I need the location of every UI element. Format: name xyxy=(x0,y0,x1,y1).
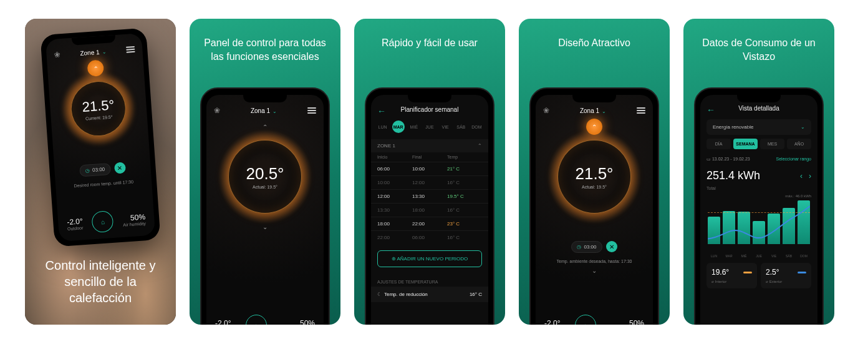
kwh-value: 251.4 kWh xyxy=(706,169,760,182)
phone-mock: ❀ Zona 1⌄ ⌃ 20.5° Actual: 19.5° ⌄ -2.0°E… xyxy=(200,87,330,325)
temp-dial[interactable]: ⌃ 21.5° Current: 19.5° xyxy=(59,69,138,149)
clock-icon: ◷ xyxy=(85,167,90,173)
plus-icon: ⊕ xyxy=(392,256,396,262)
day-tab[interactable]: DOM xyxy=(470,120,483,133)
card-title: Panel de control para todas las funcione… xyxy=(190,19,340,71)
prev-button[interactable]: ‹ xyxy=(800,172,803,180)
source-dropdown[interactable]: Energía renovable⌄ xyxy=(706,119,811,135)
humidity-readout: 50%Humedad atmos. xyxy=(282,319,315,325)
desired-temp-label: Temp. ambiente deseada, hasta: 17:30 xyxy=(536,259,653,263)
card-title: Rápido y fácil de usar xyxy=(354,19,505,57)
screenshot-card-1: ❀ Zone 1⌄ ⌃ 21.5° Current: 19.5° ◷03:00 … xyxy=(25,19,176,325)
outdoor-readout: -2.0°Exterior xyxy=(215,319,231,325)
bar-chart: máx.: 46.0 kWh xyxy=(706,195,811,252)
phone-mock: ← Planificador semanal LUNMARMIÉJUEVIESÁ… xyxy=(365,87,494,325)
schedule-row[interactable]: 10:0012:0016° C xyxy=(371,175,488,189)
outdoor-readout: -2.0°Exterior xyxy=(544,319,560,325)
app-logo-icon: ❀ xyxy=(543,106,549,115)
card-title: Datos de Consumo de un Vistazo xyxy=(683,19,834,71)
menu-icon[interactable] xyxy=(307,107,316,114)
schedule-row[interactable]: 12:0013:3019.5° C xyxy=(371,189,488,203)
chart-curve xyxy=(708,198,810,259)
target-temp: 21.5° xyxy=(82,97,115,115)
home-icon: ⌂ xyxy=(584,322,587,325)
date-range-row: ▭ 13.02.23 - 19.02.23 Seleccionar rango xyxy=(700,153,817,165)
day-tab[interactable]: MAR xyxy=(392,120,405,133)
phone-notch xyxy=(572,95,616,102)
home-button[interactable]: ⌂ xyxy=(92,210,114,233)
stat-exterior: 2.5° ⌀ Exterior xyxy=(761,263,811,288)
app-logo-icon: ❀ xyxy=(54,50,60,59)
chevron-up-icon: ⌃ xyxy=(478,143,482,149)
menu-icon[interactable] xyxy=(637,107,645,114)
marker-blue-icon xyxy=(798,272,806,273)
outdoor-readout: -2.0°Outdoor xyxy=(67,217,84,231)
section-label: AJUSTES DE TEMPERATURA xyxy=(371,273,488,287)
timer-pill[interactable]: ◷03:00 xyxy=(571,241,602,253)
next-button[interactable]: › xyxy=(809,172,811,180)
app-logo-icon: ❀ xyxy=(214,106,220,115)
select-range-button[interactable]: Seleccionar rango xyxy=(776,157,811,162)
schedule-row[interactable]: 13:3018:0016° C xyxy=(371,203,488,217)
day-tab[interactable]: JUE xyxy=(423,120,436,133)
day-tab[interactable]: LUN xyxy=(377,120,389,133)
close-timer-button[interactable]: ✕ xyxy=(606,241,617,252)
stat-interior: 19.6° ⌀ Interior xyxy=(706,263,757,288)
temp-dial[interactable]: ⌃ 20.5° Actual: 19.5° ⌄ xyxy=(218,130,312,224)
temp-down-button[interactable]: ⌄ xyxy=(536,267,653,274)
period-tab[interactable]: SEMANA xyxy=(733,139,758,149)
schedule-table: 06:0010:0021° C10:0012:0016° C12:0013:30… xyxy=(371,162,488,244)
current-temp: Actual: 19.5° xyxy=(253,185,277,189)
schedule-row[interactable]: 06:0010:0021° C xyxy=(371,162,488,175)
card-caption: Control inteligente y sencillo de la cal… xyxy=(25,257,176,306)
phone-notch xyxy=(737,95,781,102)
photo-phone: ❀ Zone 1⌄ ⌃ 21.5° Current: 19.5° ◷03:00 … xyxy=(40,27,160,247)
phone-notch xyxy=(408,95,451,102)
period-toggle: DÍASEMANAMESAÑO xyxy=(706,139,811,149)
moon-icon: ☾ xyxy=(377,292,382,297)
day-tab[interactable]: MIÉ xyxy=(408,120,420,133)
desired-temp-label: Desired room temp. until 17:30 xyxy=(55,178,152,189)
temp-down-button[interactable]: ⌄ xyxy=(257,219,273,235)
back-button[interactable]: ← xyxy=(377,106,386,116)
target-temp: 20.5° xyxy=(246,164,284,184)
add-period-button[interactable]: ⊕ AÑADIR UN NUEVO PERIODO xyxy=(377,250,482,267)
kwh-sublabel: Total xyxy=(700,186,817,190)
clock-icon: ◷ xyxy=(577,244,581,250)
menu-icon[interactable] xyxy=(126,46,135,53)
marker-orange-icon xyxy=(743,272,752,273)
screenshot-card-5: Datos de Consumo de un Vistazo ← Vista d… xyxy=(683,19,834,325)
screenshot-card-3: Rápido y fácil de usar ← Planificador se… xyxy=(354,19,505,325)
current-temp: Actual: 19.5° xyxy=(582,185,607,189)
period-tab[interactable]: AÑO xyxy=(787,139,811,149)
home-icon: ⌂ xyxy=(100,218,105,225)
zone-selector[interactable]: Zona 1⌄ xyxy=(251,107,277,114)
temp-dial[interactable]: ⌃ 21.5° Actual: 19.5° xyxy=(547,130,641,224)
schedule-row[interactable]: 22:0006:0016° C xyxy=(371,230,488,244)
reduction-row[interactable]: ☾Temp. de reducción 16° C xyxy=(371,287,488,302)
home-button[interactable]: ⌂ xyxy=(575,315,596,325)
chevron-down-icon: ⌄ xyxy=(801,124,805,130)
screenshot-card-2: Panel de control para todas las funcione… xyxy=(190,19,340,325)
zone-selector[interactable]: Zone 1⌄ xyxy=(80,48,107,57)
table-header: InicioFinalTemp xyxy=(371,152,488,162)
zone-row[interactable]: ZONE 1⌃ xyxy=(371,139,488,152)
zone-selector[interactable]: Zona 1⌄ xyxy=(580,107,606,114)
back-button[interactable]: ← xyxy=(706,105,715,115)
humidity-readout: 50%Humedad atmos. xyxy=(611,319,644,325)
phone-mock: ❀ Zona 1⌄ ⌃ 21.5° Actual: 19.5° ◷03:00 ✕… xyxy=(529,87,659,325)
day-tab[interactable]: VIE xyxy=(439,120,451,133)
day-tab[interactable]: SÁB xyxy=(455,120,467,133)
schedule-row[interactable]: 18:0022:0023° C xyxy=(371,217,488,230)
calendar-icon: ▭ xyxy=(706,157,711,161)
timer-pill[interactable]: ◷03:00 xyxy=(80,163,111,177)
phone-notch xyxy=(243,95,287,102)
period-tab[interactable]: MES xyxy=(760,139,784,149)
screenshot-card-4: Diseño Atractivo ❀ Zona 1⌄ ⌃ 21.5° Actua… xyxy=(519,19,670,325)
humidity-readout: 50%Air humidity xyxy=(122,212,146,227)
home-icon: ⌂ xyxy=(254,322,258,325)
close-timer-button[interactable]: ✕ xyxy=(113,162,125,174)
target-temp: 21.5° xyxy=(575,164,613,184)
home-button[interactable]: ⌂ xyxy=(246,315,267,325)
period-tab[interactable]: DÍA xyxy=(706,139,731,149)
